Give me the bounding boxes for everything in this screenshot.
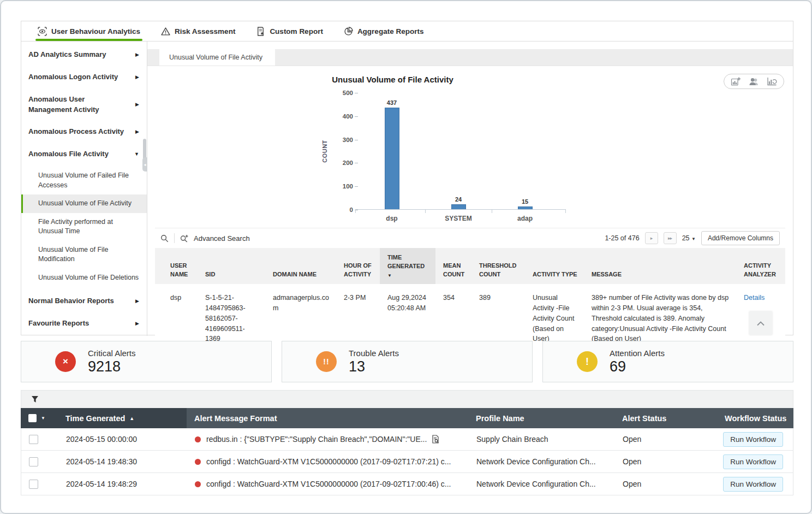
sidebar-subitem-unusual-time[interactable]: File Activity performed at Unusual Time — [21, 213, 147, 241]
report-table-header: USER NAME SID DOMAIN NAME HOUR OF ACTIVI… — [155, 248, 785, 284]
col-sid[interactable]: SID — [198, 248, 265, 284]
row-checkbox[interactable] — [29, 457, 38, 466]
run-workflow-button[interactable]: Run Workflow — [723, 432, 783, 447]
col-hour-of-activity[interactable]: HOUR OF ACTIVITY — [336, 248, 380, 284]
cell-activity-type: Unusual Activity -File Activity Count (B… — [525, 284, 584, 350]
cell-alert-status: Open — [615, 473, 718, 495]
x-tick-label: SYSTEM — [425, 215, 492, 222]
cell-time-generated: 2024-05-14 19:48:30 — [58, 451, 187, 472]
cell-time-generated: 2024-05-15 00:00:00 — [58, 428, 187, 450]
pagination-last-button[interactable]: ▸▸ — [664, 232, 677, 244]
sidebar-item-anomalous-file-activity[interactable]: Anomalous File Activity▼ — [21, 143, 147, 166]
tab-aggregate-reports[interactable]: Aggregate Reports — [344, 21, 424, 41]
sidebar-item-anomalous-user-management-activity[interactable]: Anomalous User Management Activity▶ — [21, 88, 147, 121]
tab-user-behaviour-analytics[interactable]: User Behaviour Analytics — [38, 21, 140, 41]
scroll-to-top-button[interactable] — [749, 311, 772, 335]
view-log-icon[interactable] — [431, 435, 440, 444]
select-all-cell: ▼ — [21, 408, 58, 428]
col-mean-count[interactable]: MEAN COUNT — [435, 248, 471, 284]
trouble-double-bang-icon: !! — [316, 351, 337, 372]
sidebar-item-normal-behavior-reports[interactable]: Normal Behavior Reports▶ — [21, 290, 147, 312]
search-icon[interactable] — [160, 234, 169, 243]
col-activity-analyzer[interactable]: ACTIVITY ANALYZER — [736, 248, 785, 284]
sidebar-item-ad-analytics-summary[interactable]: AD Analytics Summary▶ — [21, 44, 147, 66]
advanced-search-label[interactable]: Advanced Search — [194, 234, 250, 243]
sidebar-subitem-file-activity[interactable]: Unusual Volume of File Activity — [21, 194, 147, 213]
chevron-down-icon[interactable]: ▼ — [41, 416, 45, 421]
col-workflow-status[interactable]: Workflow Status — [717, 408, 793, 428]
col-activity-type[interactable]: ACTIVITY TYPE — [525, 248, 584, 284]
sidebar-item-favourite-reports[interactable]: Favourite Reports▶ — [21, 312, 147, 335]
pagination-next-button[interactable]: ▸ — [645, 232, 658, 244]
bar-dsp[interactable] — [385, 108, 399, 210]
advanced-search-icon[interactable] — [180, 234, 188, 243]
analytics-panel: User Behaviour Analytics Risk Assessment… — [21, 21, 793, 335]
card-value: 9218 — [88, 358, 136, 375]
y-tick-mark — [355, 186, 358, 187]
col-time-generated[interactable]: TIME GENERATED▼ — [380, 248, 435, 284]
add-remove-columns-button[interactable]: Add/Remove Columns — [701, 231, 780, 245]
alert-row: 2024-05-15 00:00:00 redbus.in : {"SUBTYP… — [21, 428, 793, 451]
critical-alerts-card[interactable]: × Critical Alerts 9218 — [21, 341, 272, 382]
col-time-generated[interactable]: Time Generated▲ — [58, 408, 187, 428]
row-checkbox[interactable] — [29, 480, 38, 489]
report-sidebar: AD Analytics Summary▶ Anomalous Logon Ac… — [21, 42, 147, 336]
chevron-right-icon: ▶ — [135, 101, 139, 108]
y-tick: 300 — [343, 137, 353, 143]
col-profile-name[interactable]: Profile Name — [468, 408, 614, 428]
chart-refresh-icon[interactable] — [767, 77, 777, 86]
users-icon[interactable] — [749, 77, 759, 86]
sidebar-item-anomalous-logon-activity[interactable]: Anomalous Logon Activity▶ — [21, 66, 147, 88]
risk-warning-icon — [161, 27, 170, 36]
select-all-checkbox[interactable] — [28, 414, 37, 422]
y-tick-mark — [355, 93, 358, 93]
critical-x-icon: × — [55, 351, 76, 372]
bar-value-label: 15 — [522, 198, 528, 205]
y-tick: 200 — [343, 159, 353, 166]
trouble-alerts-card[interactable]: !! Trouble Alerts 13 — [282, 341, 533, 382]
chart-toolbar — [724, 74, 784, 89]
y-tick: 0 — [350, 206, 353, 213]
tab-unusual-volume-of-file-activity[interactable]: Unusual Volume of File Activity — [159, 49, 275, 66]
main-nav-tabs: User Behaviour Analytics Risk Assessment… — [21, 21, 793, 42]
report-tab-bar: Unusual Volume of File Activity — [147, 49, 793, 66]
sidebar-subitem-failed-file-accesses[interactable]: Unusual Volume of Failed File Accesses — [21, 167, 147, 194]
tab-custom-report[interactable]: Custom Report — [256, 21, 323, 41]
x-axis-labels: dsp SYSTEM adap — [359, 215, 558, 222]
col-user-name[interactable]: USER NAME — [155, 248, 198, 284]
run-workflow-button[interactable]: Run Workflow — [723, 454, 783, 469]
tab-label: User Behaviour Analytics — [51, 27, 140, 36]
sidebar-subitem-file-deletions[interactable]: Unusual Volume of File Deletions — [21, 269, 147, 287]
col-alert-message-format[interactable]: Alert Message Format — [187, 408, 468, 428]
severity-dot-icon — [195, 436, 201, 442]
x-tick-label: adap — [492, 215, 558, 222]
sidebar-subitem-file-modification[interactable]: Unusual Volume of File Modification — [21, 241, 147, 269]
tab-label: Aggregate Reports — [357, 27, 424, 36]
divider — [174, 233, 175, 243]
attention-alerts-card[interactable]: ! Attention Alerts 69 — [542, 341, 793, 382]
col-message[interactable]: MESSAGE — [584, 248, 736, 284]
sidebar-item-anomalous-process-activity[interactable]: Anomalous Process Activity▶ — [21, 121, 147, 143]
row-checkbox[interactable] — [29, 435, 38, 444]
cell-user-name: dsp — [155, 284, 198, 350]
sidebar-item-label: Normal Behavior Reports — [28, 296, 114, 306]
filter-icon[interactable] — [31, 395, 39, 403]
tab-risk-assessment[interactable]: Risk Assessment — [161, 21, 235, 41]
col-domain-name[interactable]: DOMAIN NAME — [265, 248, 336, 284]
cell-hour-of-activity: 2-3 PM — [336, 284, 380, 350]
page-size-select[interactable]: 25 ▼ — [682, 234, 696, 242]
sidebar-item-label: Anomalous Logon Activity — [28, 72, 118, 82]
x-tick-mark — [492, 210, 492, 213]
chevron-right-icon: ▶ — [135, 128, 139, 135]
cell-message: 389+ number of File Activity was done by… — [584, 284, 736, 350]
run-workflow-button[interactable]: Run Workflow — [723, 477, 783, 492]
col-alert-status[interactable]: Alert Status — [614, 408, 717, 428]
sidebar-collapse-handle[interactable]: ◂ — [142, 157, 147, 172]
col-threshold-count[interactable]: THRESHOLD COUNT — [471, 248, 525, 284]
severity-dot-icon — [195, 481, 201, 487]
alerts-filter-bar — [21, 390, 793, 408]
aggregate-reports-icon — [344, 27, 353, 36]
x-axis-line — [355, 209, 566, 210]
add-chart-icon[interactable] — [731, 77, 741, 86]
cell-alert-message: configd : WatchGuard-XTM V1C5000000000 (… — [187, 451, 469, 472]
